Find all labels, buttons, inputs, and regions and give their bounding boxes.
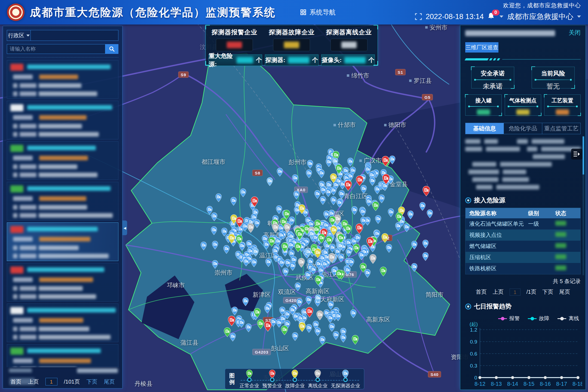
map-marker-green[interactable] [379, 267, 387, 277]
map-marker-red[interactable] [250, 196, 259, 207]
fullscreen-icon[interactable] [415, 13, 422, 20]
map-marker-yellow[interactable] [381, 233, 389, 243]
company-card[interactable] [7, 182, 118, 220]
map-marker-blue[interactable] [265, 258, 272, 267]
map-marker-blue[interactable] [387, 208, 394, 217]
tab-1[interactable]: 基础信息 [465, 123, 504, 134]
map-marker-blue[interactable] [335, 312, 341, 321]
table-row[interactable]: 铁路栈桥区 [465, 263, 580, 274]
map-marker-blue[interactable] [293, 191, 300, 200]
chart-legend-item[interactable]: 故障 [528, 315, 549, 322]
last-page-button[interactable]: 尾页 [559, 288, 570, 296]
table-row[interactable]: 液化石油气储罐区单元一级 [465, 218, 580, 229]
company-card[interactable] [7, 222, 118, 261]
map-marker-blue[interactable] [411, 241, 418, 250]
map-marker-red[interactable] [381, 156, 390, 167]
map-marker-red[interactable] [355, 223, 363, 234]
next-page-button[interactable]: 下页 [86, 378, 97, 385]
tab-2[interactable]: 危险化学品 [504, 123, 542, 134]
map-marker-gray[interactable] [283, 223, 291, 233]
map-marker-lightblue[interactable] [267, 177, 273, 186]
map-marker-red[interactable] [264, 321, 272, 332]
map-marker-blue[interactable] [338, 190, 345, 199]
map-marker-blue[interactable] [320, 196, 326, 205]
table-row[interactable]: 燃气储罐区 [465, 241, 580, 252]
map-marker-blue[interactable] [242, 297, 249, 306]
map-marker-blue[interactable] [200, 241, 207, 250]
map-marker-green[interactable] [253, 308, 261, 318]
map-marker-gray[interactable] [316, 310, 324, 320]
map-marker-green[interactable] [395, 212, 403, 222]
company-card[interactable] [7, 141, 118, 180]
map-marker-green[interactable] [335, 164, 343, 174]
map-marker-blue[interactable] [319, 336, 326, 345]
map-marker-yellow[interactable] [298, 322, 306, 332]
map-marker-red[interactable] [382, 174, 390, 185]
map-marker-blue[interactable] [347, 158, 354, 167]
map-marker-yellow[interactable] [330, 173, 337, 183]
scrollbar-track[interactable] [583, 136, 584, 275]
map-marker-gray[interactable] [247, 223, 255, 233]
map-marker-blue[interactable] [215, 193, 222, 202]
region-dropdown[interactable]: 行政区 [7, 30, 31, 41]
map-marker-red[interactable] [305, 307, 314, 318]
prev-page-button[interactable]: 上页 [28, 378, 39, 385]
map-marker-red[interactable] [356, 175, 364, 186]
page-number-input[interactable]: 1 [45, 378, 57, 385]
map-marker-blue[interactable] [369, 177, 376, 186]
map-marker-blue[interactable] [329, 323, 335, 332]
map-marker-blue[interactable] [306, 324, 313, 333]
map-marker-blue[interactable] [318, 169, 325, 178]
next-page-button[interactable]: 下页 [542, 288, 553, 296]
map-marker-blue[interactable] [294, 282, 301, 291]
map-marker-yellow[interactable] [228, 234, 235, 244]
map-marker-blue[interactable] [223, 245, 230, 254]
map-marker-yellow[interactable] [298, 204, 306, 214]
map-marker-blue[interactable] [292, 332, 299, 341]
map-marker-blue[interactable] [422, 240, 429, 249]
map-marker-gray[interactable] [298, 258, 305, 268]
company-card[interactable] [7, 101, 118, 139]
map-marker-blue[interactable] [306, 169, 313, 178]
map-marker-green[interactable] [314, 275, 322, 286]
map-marker-lightblue[interactable] [314, 294, 321, 303]
map-marker-blue[interactable] [360, 185, 367, 194]
map-marker-blue[interactable] [427, 209, 433, 218]
map-marker-green[interactable] [235, 235, 243, 245]
map-marker-blue[interactable] [240, 188, 246, 197]
map-marker-blue[interactable] [254, 219, 261, 228]
map-marker-blue[interactable] [345, 248, 352, 257]
map-marker-blue[interactable] [340, 334, 347, 343]
close-button[interactable]: 关闭 [569, 29, 581, 37]
page-number-input[interactable]: 1 [510, 289, 520, 296]
map-marker-blue[interactable] [411, 263, 418, 272]
map-marker-blue[interactable] [211, 212, 218, 221]
map-marker-red[interactable] [344, 180, 352, 191]
map-marker-blue[interactable] [230, 197, 237, 206]
map-marker-gray[interactable] [328, 253, 336, 263]
map-marker-blue[interactable] [403, 223, 410, 232]
map-marker-blue[interactable] [250, 258, 257, 267]
map-marker-blue[interactable] [305, 271, 311, 280]
map-marker-red[interactable] [366, 237, 374, 248]
user-menu[interactable]: 成都市应急救援中心 [507, 12, 573, 22]
map-marker-blue[interactable] [276, 168, 283, 177]
map-marker-green[interactable] [268, 237, 275, 247]
map-marker-lightblue[interactable] [252, 248, 259, 257]
notification-bell[interactable]: 0 [488, 12, 496, 21]
map-marker-gray[interactable] [272, 223, 279, 233]
first-page-button[interactable]: 首页 [11, 378, 22, 385]
tab-3[interactable]: 重点监管工艺 [542, 123, 580, 134]
map-marker-blue[interactable] [336, 199, 343, 208]
first-page-button[interactable]: 首页 [476, 288, 487, 296]
map-marker-blue[interactable] [360, 208, 366, 217]
map-marker-green[interactable] [359, 263, 367, 273]
map-marker-blue[interactable] [325, 158, 332, 167]
map-marker-blue[interactable] [338, 253, 345, 262]
map-marker-green[interactable] [344, 224, 352, 234]
map-marker-blue[interactable] [305, 296, 312, 305]
map-marker-blue[interactable] [282, 268, 289, 277]
map-marker-blue[interactable] [307, 160, 313, 169]
map-marker-green[interactable] [351, 335, 359, 345]
map-marker-green[interactable] [281, 242, 289, 252]
